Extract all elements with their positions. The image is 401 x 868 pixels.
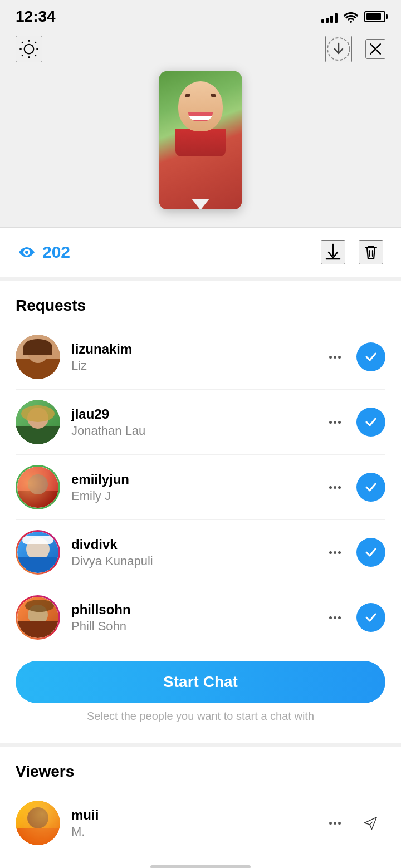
start-chat-section: Start Chat Select the people you want to… xyxy=(0,650,401,743)
download-circle-icon xyxy=(326,37,351,61)
avatar xyxy=(16,595,60,640)
svg-point-0 xyxy=(25,45,34,54)
user-info: divdivk Divya Kunapuli xyxy=(71,537,314,568)
avatar xyxy=(16,801,60,845)
home-indicator xyxy=(0,855,401,868)
request-item: divdivk Divya Kunapuli xyxy=(16,520,385,585)
status-time: 12:34 xyxy=(16,8,56,26)
approve-button[interactable] xyxy=(356,342,385,371)
check-icon xyxy=(364,480,378,494)
top-toolbar xyxy=(0,30,401,71)
more-options-button[interactable] xyxy=(325,421,345,424)
viewer-item: muii M. xyxy=(16,791,385,855)
status-bar: 12:34 xyxy=(0,0,401,30)
download-button[interactable] xyxy=(321,240,345,264)
check-icon xyxy=(364,610,378,625)
home-bar xyxy=(150,865,251,868)
send-icon xyxy=(364,816,378,830)
wifi-icon xyxy=(343,11,359,23)
user-handle: jlau29 xyxy=(71,406,314,422)
view-count-number: 202 xyxy=(42,243,70,262)
user-handle: phillsohn xyxy=(71,602,314,617)
viewers-section: Viewers muii M. xyxy=(0,747,401,855)
user-info: lizunakim Liz xyxy=(71,341,314,373)
user-info: muii M. xyxy=(71,807,314,839)
start-chat-button[interactable]: Start Chat xyxy=(16,661,385,703)
gear-icon xyxy=(18,38,40,60)
story-notch xyxy=(192,199,209,209)
request-item: phillsohn Phill Sohn xyxy=(16,585,385,650)
send-button[interactable] xyxy=(356,808,385,837)
requests-section: Requests lizunakim Liz xyxy=(0,281,401,650)
more-options-button[interactable] xyxy=(325,356,345,359)
avatar xyxy=(16,530,60,575)
user-handle: muii xyxy=(71,807,314,823)
settings-button[interactable] xyxy=(16,36,42,62)
more-options-button[interactable] xyxy=(325,822,345,825)
views-count: 202 xyxy=(18,243,70,262)
stats-actions xyxy=(321,240,383,264)
download-circle-button[interactable] xyxy=(325,36,352,62)
trash-icon xyxy=(361,242,381,262)
toolbar-right xyxy=(325,36,385,62)
check-icon xyxy=(364,350,378,364)
user-name: Divya Kunapuli xyxy=(71,554,314,568)
check-icon xyxy=(364,545,378,560)
user-name: Emily J xyxy=(71,489,314,503)
story-preview-area: Let's talk about how we'll start the mor… xyxy=(0,71,401,227)
user-info: jlau29 Jonathan Lau xyxy=(71,406,314,438)
user-info: emiilyjun Emily J xyxy=(71,472,314,503)
more-options-button[interactable] xyxy=(325,551,345,554)
story-card[interactable]: Let's talk about how we'll start the mor… xyxy=(159,71,242,209)
approve-button[interactable] xyxy=(356,538,385,567)
start-chat-hint: Select the people you want to start a ch… xyxy=(16,703,385,734)
more-options-button[interactable] xyxy=(325,486,345,489)
user-name: M. xyxy=(71,825,314,839)
avatar xyxy=(16,400,60,444)
download-icon xyxy=(323,242,343,262)
user-name: Phill Sohn xyxy=(71,619,314,634)
approve-button[interactable] xyxy=(356,603,385,632)
user-name: Jonathan Lau xyxy=(71,424,314,438)
user-name: Liz xyxy=(71,359,314,373)
requests-title: Requests xyxy=(16,281,385,325)
user-info: phillsohn Phill Sohn xyxy=(71,602,314,634)
delete-button[interactable] xyxy=(359,240,383,264)
request-item: jlau29 Jonathan Lau xyxy=(16,390,385,455)
signal-icon xyxy=(321,11,338,23)
section-divider-1 xyxy=(0,277,401,281)
more-options-button[interactable] xyxy=(325,616,345,619)
request-item: emiilyjun Emily J xyxy=(16,455,385,520)
status-icons xyxy=(321,11,385,23)
section-divider-2 xyxy=(0,743,401,747)
avatar xyxy=(16,335,60,379)
user-handle: emiilyjun xyxy=(71,472,314,487)
request-item: lizunakim Liz xyxy=(16,325,385,390)
battery-icon xyxy=(364,11,385,22)
eye-icon xyxy=(18,246,36,258)
story-card-inner: Let's talk about how we'll start the mor… xyxy=(159,71,242,209)
approve-button[interactable] xyxy=(356,408,385,437)
stats-bar: 202 xyxy=(0,228,401,277)
check-icon xyxy=(364,415,378,429)
user-handle: divdivk xyxy=(71,537,314,552)
viewers-title: Viewers xyxy=(16,747,385,791)
user-handle: lizunakim xyxy=(71,341,314,357)
close-button[interactable] xyxy=(365,39,385,59)
close-icon xyxy=(366,39,384,59)
approve-button[interactable] xyxy=(356,473,385,502)
start-chat-label: Start Chat xyxy=(163,673,238,691)
avatar xyxy=(16,465,60,509)
